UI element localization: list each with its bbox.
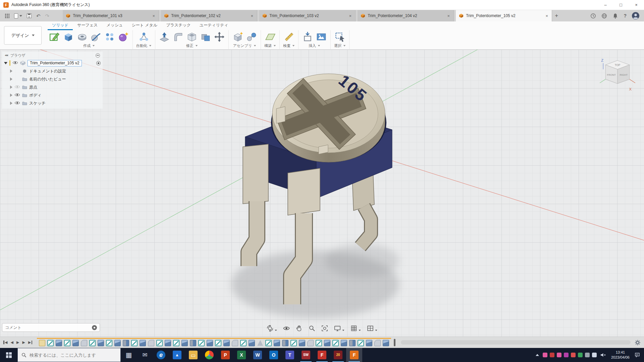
timeline-feature-icon[interactable] bbox=[383, 340, 389, 346]
timeline-settings-gear-icon[interactable] bbox=[635, 340, 641, 346]
taskbar-mail[interactable]: ✉ bbox=[137, 348, 153, 362]
tray-app-icon[interactable] bbox=[564, 353, 569, 357]
viewcube-front-face[interactable]: FRONT bbox=[607, 73, 616, 76]
search-input[interactable] bbox=[30, 353, 117, 358]
zoom-button[interactable] bbox=[309, 325, 316, 332]
timeline-feature-icon[interactable] bbox=[207, 340, 213, 346]
comment-input[interactable] bbox=[5, 325, 92, 330]
group-dropdown-insert[interactable]: 挿入 bbox=[309, 43, 320, 49]
browser-item[interactable]: スケッチ bbox=[2, 99, 103, 107]
expand-arrow-icon[interactable] bbox=[4, 62, 7, 64]
volume-muted-icon[interactable] bbox=[600, 353, 606, 357]
measure-button[interactable] bbox=[283, 31, 295, 43]
extrude-button[interactable] bbox=[63, 31, 74, 43]
help-icon[interactable]: ? bbox=[624, 13, 627, 18]
timeline-feature-icon[interactable] bbox=[257, 340, 263, 346]
timeline-feature-icon[interactable] bbox=[148, 340, 154, 346]
taskbar-search[interactable] bbox=[17, 348, 121, 362]
timeline-feature-icon[interactable] bbox=[299, 340, 305, 346]
tray-app-icon[interactable] bbox=[578, 353, 583, 357]
timeline-feature-icon[interactable] bbox=[198, 340, 205, 346]
look-at-button[interactable] bbox=[283, 325, 290, 332]
save-button[interactable] bbox=[27, 13, 32, 18]
document-tab[interactable]: Trim_Potentiometer_103 v2 × bbox=[259, 10, 356, 21]
close-window-button[interactable]: × bbox=[629, 0, 644, 10]
viewports-button[interactable] bbox=[367, 325, 378, 332]
timeline-feature-icon[interactable] bbox=[98, 340, 104, 346]
browser-item[interactable]: 原点 bbox=[2, 83, 103, 91]
activate-component-radio[interactable] bbox=[96, 61, 101, 65]
display-settings-button[interactable] bbox=[334, 325, 345, 332]
ribbon-tab[interactable]: ユーティリティ bbox=[195, 21, 233, 30]
ribbon-tab[interactable]: サーフェス bbox=[73, 21, 102, 30]
close-tab-icon[interactable]: × bbox=[250, 13, 254, 18]
timeline-feature-icon[interactable] bbox=[232, 340, 238, 346]
grid-and-snaps-button[interactable] bbox=[351, 325, 361, 332]
timeline-feature-icon[interactable] bbox=[290, 340, 297, 346]
browser-root-row[interactable]: Trim_Potentiometer_105 v2 bbox=[2, 59, 103, 67]
group-dropdown-select[interactable]: 選択 bbox=[334, 43, 346, 49]
tray-app-icon[interactable] bbox=[557, 353, 561, 357]
timeline-feature-icon[interactable] bbox=[56, 340, 62, 346]
visibility-eye-icon[interactable] bbox=[14, 85, 20, 90]
tray-app-icon[interactable] bbox=[543, 353, 547, 357]
timeline-feature-icon[interactable] bbox=[215, 340, 221, 346]
timeline-feature-icon[interactable] bbox=[332, 340, 339, 346]
timeline-feature-icon[interactable] bbox=[307, 340, 314, 346]
expand-arrow-icon[interactable] bbox=[10, 94, 12, 97]
timeline-feature-track[interactable] bbox=[37, 338, 391, 347]
minimize-button[interactable]: – bbox=[598, 0, 613, 10]
close-tab-icon[interactable]: × bbox=[348, 13, 353, 18]
job-status-icon[interactable] bbox=[590, 13, 596, 19]
revolve-button[interactable] bbox=[76, 31, 88, 43]
create-form-button[interactable] bbox=[118, 31, 129, 43]
timeline-feature-icon[interactable] bbox=[190, 340, 196, 346]
visibility-eye-icon[interactable] bbox=[14, 101, 20, 106]
timeline-feature-icon[interactable] bbox=[89, 340, 96, 346]
timeline-feature-icon[interactable] bbox=[349, 340, 356, 346]
root-component-label[interactable]: Trim_Potentiometer_105 v2 bbox=[28, 60, 82, 66]
comment-submit-icon[interactable] bbox=[92, 325, 97, 330]
insert-button[interactable] bbox=[302, 31, 313, 43]
timeline-feature-icon[interactable] bbox=[249, 340, 255, 346]
press-pull-button[interactable] bbox=[159, 31, 170, 43]
go-to-end-button[interactable]: ▶ bbox=[28, 340, 32, 345]
comment-box[interactable] bbox=[2, 323, 100, 332]
move-copy-button[interactable] bbox=[214, 31, 225, 43]
app-grid-icon[interactable] bbox=[5, 13, 9, 18]
timeline-feature-icon[interactable] bbox=[274, 340, 280, 346]
timeline-feature-icon[interactable] bbox=[316, 340, 322, 346]
sweep-button[interactable] bbox=[90, 31, 102, 43]
ribbon-tab[interactable]: シート メタル bbox=[127, 21, 162, 30]
taskbar-excel[interactable]: X bbox=[233, 348, 250, 362]
go-to-start-button[interactable]: ◀ bbox=[3, 340, 7, 345]
user-avatar[interactable] bbox=[632, 12, 639, 19]
ribbon-tab[interactable]: ソリッド bbox=[48, 21, 73, 30]
timeline-scrollbar[interactable] bbox=[401, 340, 631, 345]
action-center-icon[interactable] bbox=[635, 352, 640, 358]
new-tab-button[interactable]: + bbox=[552, 10, 561, 21]
joint-button[interactable] bbox=[246, 31, 257, 43]
timeline-feature-icon[interactable] bbox=[39, 340, 45, 346]
file-menu-button[interactable] bbox=[14, 13, 22, 18]
model-pin-left[interactable] bbox=[243, 144, 268, 266]
tray-app-icon[interactable] bbox=[585, 353, 590, 357]
taskbar-clock[interactable]: 13:41 2023/04/06 bbox=[610, 350, 631, 360]
timeline-feature-icon[interactable] bbox=[223, 340, 230, 346]
timeline-feature-icon[interactable] bbox=[131, 340, 138, 346]
create-sketch-button[interactable] bbox=[49, 31, 60, 43]
viewcube-right-face[interactable]: RIGHT bbox=[620, 73, 628, 76]
group-dropdown-modify[interactable]: 修正 bbox=[186, 43, 198, 49]
close-tab-icon[interactable]: × bbox=[447, 13, 451, 18]
timeline-feature-icon[interactable] bbox=[81, 340, 87, 346]
tray-app-icon[interactable] bbox=[571, 353, 576, 357]
timeline-feature-icon[interactable] bbox=[47, 340, 54, 346]
notifications-bell-icon[interactable] bbox=[612, 13, 618, 19]
group-dropdown-construct[interactable]: 構築 bbox=[264, 43, 276, 49]
expand-arrow-icon[interactable] bbox=[10, 102, 12, 105]
pattern-button[interactable] bbox=[104, 31, 115, 43]
panel-options-icon[interactable] bbox=[96, 53, 100, 58]
construction-plane-button[interactable] bbox=[265, 31, 276, 43]
taskbar-teams[interactable]: T bbox=[282, 348, 298, 362]
select-button[interactable] bbox=[334, 31, 346, 43]
